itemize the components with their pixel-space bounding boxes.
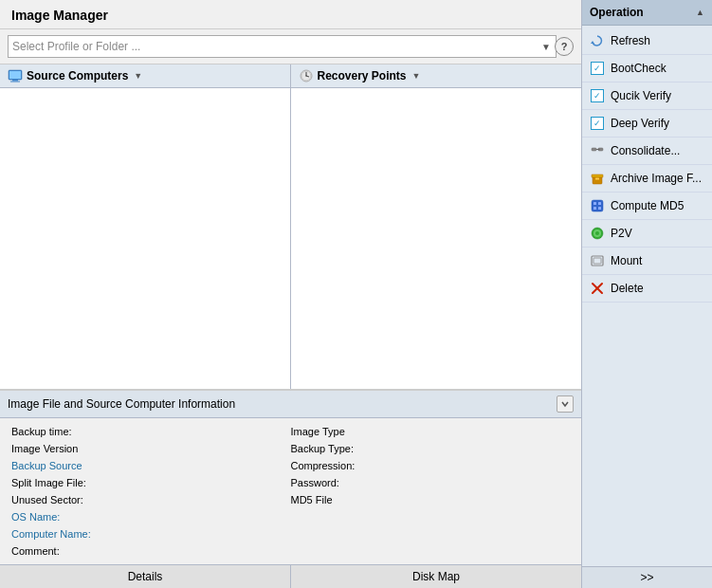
archive-icon xyxy=(590,171,605,186)
recovery-points-list[interactable] xyxy=(291,88,582,389)
info-row-backup-type: Backup Type: xyxy=(291,441,571,456)
info-row-comment: Comment: xyxy=(11,543,291,559)
tab-details[interactable]: Details xyxy=(0,565,291,588)
image-version-label: Image Version xyxy=(11,443,78,454)
sidebar-delete-label: Delete xyxy=(611,282,644,295)
svg-rect-20 xyxy=(593,207,596,210)
chevron-down-icon xyxy=(560,399,570,409)
sidebar-sort-icon: ▲ xyxy=(696,8,704,17)
svg-point-24 xyxy=(595,231,599,235)
image-type-label: Image Type xyxy=(291,426,345,437)
sidebar-item-consolidate[interactable]: Consolidate... xyxy=(582,138,712,165)
svg-rect-10 xyxy=(592,148,596,151)
os-name-label: OS Name: xyxy=(11,511,60,523)
info-left-column: Backup time: Image Version Backup Source… xyxy=(11,424,291,559)
info-row-unused-sector: Unused Sector: xyxy=(11,492,291,507)
sidebar-footer-expand[interactable]: >> xyxy=(582,566,712,588)
unused-sector-label: Unused Sector: xyxy=(11,494,83,505)
info-row-compression: Compression: xyxy=(291,458,571,473)
help-button[interactable]: ? xyxy=(555,37,574,56)
source-computers-label: Source Computers xyxy=(27,69,128,83)
sidebar-operations-list: Refresh ✓ BootCheck ✓ Qucik Verify ✓ Dee… xyxy=(582,26,712,304)
sidebar-item-compute-md5[interactable]: Compute MD5 xyxy=(582,193,712,220)
source-computers-arrow: ▼ xyxy=(134,71,142,81)
sidebar-refresh-label: Refresh xyxy=(611,34,650,47)
svg-marker-9 xyxy=(591,41,594,44)
backup-type-label: Backup Type: xyxy=(291,443,354,454)
md5-file-label: MD5 File xyxy=(291,494,333,505)
tab-disk-map[interactable]: Disk Map xyxy=(291,565,581,588)
info-row-image-version: Image Version xyxy=(11,441,291,456)
split-image-label: Split Image File: xyxy=(11,477,86,488)
svg-rect-2 xyxy=(12,80,18,82)
computer-icon xyxy=(8,68,23,83)
sidebar-item-deep-verify[interactable]: ✓ Deep Verify xyxy=(582,110,712,138)
sidebar-title-label: Operation xyxy=(590,6,644,19)
svg-rect-21 xyxy=(598,207,601,210)
svg-rect-19 xyxy=(598,202,601,205)
info-row-backup-source: Backup Source xyxy=(11,458,291,473)
sidebar-p2v-label: P2V xyxy=(611,227,632,240)
svg-rect-18 xyxy=(593,202,596,205)
svg-rect-1 xyxy=(9,71,21,79)
sidebar-bootcheck-label: BootCheck xyxy=(611,62,666,75)
svg-rect-17 xyxy=(592,200,603,211)
backup-time-label: Backup time: xyxy=(11,426,72,437)
sidebar-compute-label: Compute MD5 xyxy=(611,199,684,212)
mount-icon xyxy=(590,253,605,268)
sidebar-consolidate-label: Consolidate... xyxy=(611,144,680,157)
info-row-image-type: Image Type xyxy=(291,424,571,439)
clock-icon xyxy=(299,68,314,83)
recovery-points-header[interactable]: Recovery Points ▼ xyxy=(291,64,582,87)
collapse-button[interactable] xyxy=(557,395,574,413)
comment-label: Comment: xyxy=(11,545,60,557)
info-row-computer-name: Computer Name: xyxy=(11,526,291,542)
source-computers-list[interactable] xyxy=(0,88,291,389)
sidebar-quickverify-label: Qucik Verify xyxy=(611,89,671,102)
recovery-points-arrow: ▼ xyxy=(412,71,421,81)
info-row-backup-time: Backup time: xyxy=(11,424,291,439)
consolidate-icon xyxy=(590,143,605,158)
sidebar-item-archive-image[interactable]: Archive Image F... xyxy=(582,165,712,193)
info-row-split-image: Split Image File: xyxy=(11,475,291,490)
p2v-icon xyxy=(590,226,605,241)
sidebar-mount-label: Mount xyxy=(611,254,642,267)
password-label: Password: xyxy=(291,477,339,488)
quickverify-icon: ✓ xyxy=(590,88,605,103)
sidebar-item-mount[interactable]: Mount xyxy=(582,248,712,275)
recovery-points-label: Recovery Points xyxy=(318,69,407,83)
compute-icon xyxy=(590,198,605,213)
sidebar-footer-label: >> xyxy=(640,571,653,584)
sidebar-item-p2v[interactable]: P2V xyxy=(582,220,712,248)
sidebar-item-bootcheck[interactable]: ✓ BootCheck xyxy=(582,55,712,83)
svg-point-8 xyxy=(305,75,307,77)
sidebar-archive-label: Archive Image F... xyxy=(611,172,702,185)
sidebar-item-delete[interactable]: Delete xyxy=(582,275,712,303)
sidebar-deepverify-label: Deep Verify xyxy=(611,117,669,130)
computer-name-label: Computer Name: xyxy=(11,528,91,540)
svg-rect-3 xyxy=(10,82,20,83)
bootcheck-icon: ✓ xyxy=(590,61,605,76)
info-section-title: Image File and Source Computer Informati… xyxy=(8,397,235,411)
info-row-os-name: OS Name: xyxy=(11,509,291,524)
info-row-password: Password: xyxy=(291,475,571,490)
sidebar-item-quick-verify[interactable]: ✓ Qucik Verify xyxy=(582,83,712,110)
compression-label: Compression: xyxy=(291,460,356,471)
info-row-md5-file: MD5 File xyxy=(291,492,571,507)
sidebar-item-refresh[interactable]: Refresh xyxy=(582,28,712,55)
source-computers-header[interactable]: Source Computers ▼ xyxy=(0,64,291,87)
delete-icon xyxy=(590,281,605,296)
profile-select[interactable]: Select Profile or Folder ... xyxy=(8,35,557,58)
backup-source-label: Backup Source xyxy=(11,460,82,471)
svg-rect-26 xyxy=(593,258,601,264)
info-right-column: Image Type Backup Type: Compression: Pas… xyxy=(291,424,571,559)
svg-rect-16 xyxy=(595,178,599,180)
deepverify-icon: ✓ xyxy=(590,116,605,131)
svg-rect-15 xyxy=(592,175,603,177)
refresh-icon xyxy=(590,33,605,48)
page-title: Image Manager xyxy=(11,8,570,23)
